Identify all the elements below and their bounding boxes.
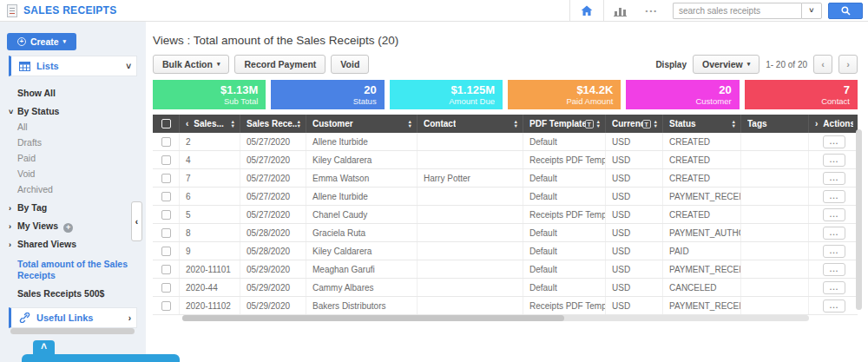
sidebar-horizontal-scrollbar[interactable]	[10, 328, 135, 334]
home-button[interactable]	[569, 0, 604, 21]
cell-tags	[741, 224, 809, 241]
summary-card[interactable]: $14.2K Paid Amount	[508, 80, 621, 109]
table-row[interactable]: 2 05/27/2020 Allene Iturbide Default USD…	[153, 133, 858, 151]
sort-icon[interactable]: ▲▼	[654, 120, 658, 128]
cell-sales-receipt-date: 05/27/2020	[240, 206, 306, 223]
row-actions-button[interactable]: ...	[823, 281, 845, 294]
card-label: Status	[353, 96, 377, 107]
header-actions[interactable]: › Actions	[809, 115, 858, 133]
row-actions-button[interactable]: ...	[823, 190, 845, 203]
row-actions-button[interactable]: ...	[823, 227, 845, 240]
sort-icon[interactable]: ▲▼	[231, 120, 235, 128]
header-tags[interactable]: Tags	[741, 115, 809, 133]
row-checkbox[interactable]	[161, 210, 171, 220]
summary-card[interactable]: 20 Status	[271, 80, 384, 109]
table-row[interactable]: 2020-11101 05/29/2020 Meaghan Garufi Def…	[153, 260, 858, 279]
table-row[interactable]: 5 05/27/2020 Chanel Caudy Receipts PDF T…	[153, 206, 858, 224]
chevron-left-icon: ‹	[186, 119, 188, 128]
row-actions-button[interactable]: ...	[823, 299, 845, 313]
header-customer[interactable]: Customer ▲▼	[306, 115, 418, 133]
header-sales-number[interactable]: ‹ Sales... ▲▼	[180, 115, 240, 133]
prev-page-button[interactable]: ‹	[813, 55, 832, 74]
cell-status: CANCELED	[663, 279, 741, 296]
row-actions-button[interactable]: ...	[823, 135, 845, 148]
sidebar-item-show-all[interactable]: Show All	[0, 85, 146, 101]
row-actions-button[interactable]: ...	[823, 208, 845, 221]
view-link-sales-receipts-500[interactable]: Sales Receipts 500$	[17, 288, 134, 299]
table-horizontal-scrollbar[interactable]	[182, 315, 809, 321]
void-button[interactable]: Void	[331, 55, 369, 74]
sort-icon[interactable]: ▲▼	[596, 120, 601, 128]
sidebar-group-shared-views[interactable]: ›Shared Views	[0, 236, 146, 252]
row-checkbox[interactable]	[161, 283, 171, 293]
chart-button[interactable]	[614, 5, 627, 16]
chevron-up-icon: ˄	[41, 340, 47, 352]
column-label: Tags	[747, 119, 767, 128]
search-input[interactable]	[673, 3, 801, 19]
sidebar-collapse-handle[interactable]: ‹	[131, 201, 142, 241]
summary-card[interactable]: 20 Customer	[626, 80, 739, 109]
sidebar-status-item[interactable]: All	[0, 119, 146, 135]
table-row[interactable]: 8 05/28/2020 Graciela Ruta Default USD P…	[153, 224, 858, 242]
table-row[interactable]: 6 05/27/2020 Allene Iturbide Default USD…	[153, 188, 858, 206]
row-checkbox[interactable]	[161, 137, 171, 147]
add-view-icon[interactable]: +	[63, 223, 73, 233]
row-checkbox[interactable]	[161, 301, 171, 311]
display-mode-dropdown[interactable]: Overview▾	[693, 55, 760, 74]
scroll-top-button[interactable]: ˄	[33, 340, 55, 362]
table-row[interactable]: 7 05/27/2020 Emma Watson Harry Potter De…	[153, 169, 858, 188]
table-row[interactable]: 9 05/28/2020 Kiley Caldarera Default USD…	[153, 242, 858, 260]
header-sales-receipt-date[interactable]: Sales Rece... ▲▼	[240, 115, 306, 133]
header-select-all[interactable]	[153, 115, 180, 133]
cell-contact	[418, 260, 523, 278]
sidebar-group-by-status[interactable]: ˅By Status	[0, 103, 146, 119]
row-actions-button[interactable]: ...	[823, 245, 845, 258]
next-page-button[interactable]: ›	[838, 55, 858, 74]
search-button[interactable]	[828, 3, 863, 19]
sort-icon[interactable]: ▲▼	[514, 120, 518, 128]
sort-icon[interactable]: ▲▼	[408, 120, 412, 128]
header-status[interactable]: Status ▲▼	[663, 115, 741, 133]
table-row[interactable]: 2020-11102 05/29/2020 Bakers Distributor…	[153, 297, 858, 315]
summary-card[interactable]: $1.125M Amount Due	[390, 80, 503, 109]
header-currency[interactable]: Currency T▲▼	[606, 115, 663, 133]
row-actions-button[interactable]: ...	[823, 263, 845, 276]
row-checkbox[interactable]	[161, 155, 171, 165]
table-row[interactable]: 4 05/27/2020 Kiley Caldarera Receipts PD…	[153, 151, 858, 169]
view-link-total-amount[interactable]: Total amount of the Sales Receipts	[17, 259, 134, 281]
row-checkbox[interactable]	[161, 174, 171, 183]
filter-icon[interactable]: T	[642, 120, 651, 128]
sidebar-group-by-tag[interactable]: ›By Tag	[0, 200, 146, 215]
cell-pdf-template: Default	[523, 260, 606, 278]
scrollbar-thumb[interactable]	[182, 315, 564, 321]
sidebar-group-my-views[interactable]: ›My Views+	[0, 218, 146, 234]
row-checkbox[interactable]	[161, 247, 171, 256]
row-actions-button[interactable]: ...	[823, 154, 845, 167]
more-menu-icon[interactable]: •••	[646, 7, 658, 15]
create-button[interactable]: + Create ▾	[7, 33, 76, 50]
row-checkbox[interactable]	[161, 228, 171, 238]
cell-customer: Cammy Albares	[306, 279, 418, 296]
filter-icon[interactable]: T	[585, 120, 594, 128]
bulk-action-button[interactable]: Bulk Action▾	[153, 55, 229, 74]
row-checkbox[interactable]	[161, 192, 171, 201]
row-actions-button[interactable]: ...	[823, 172, 845, 185]
summary-card[interactable]: 7 Contact	[745, 80, 858, 109]
table-row[interactable]: 2020-44 05/29/2020 Cammy Albares Default…	[153, 279, 858, 297]
header-contact[interactable]: Contact ▲▼	[418, 115, 523, 133]
table-vertical-scrollbar[interactable]	[856, 129, 862, 310]
select-all-checkbox[interactable]	[161, 119, 171, 128]
row-checkbox[interactable]	[161, 265, 171, 274]
sort-icon[interactable]: ▲▼	[297, 120, 301, 128]
summary-card[interactable]: $1.13M Sub Total	[153, 80, 266, 109]
sidebar-status-item[interactable]: Archived	[0, 181, 146, 197]
search-scope-dropdown[interactable]: ˅	[801, 3, 822, 19]
sidebar-status-item[interactable]: Void	[0, 166, 146, 181]
header-pdf-template[interactable]: PDF Template T▲▼	[523, 115, 606, 133]
sidebar-item-lists[interactable]: Lists ˅	[9, 56, 137, 76]
sidebar-item-useful-links[interactable]: Useful Links ›	[9, 307, 137, 328]
sidebar-status-item[interactable]: Drafts	[0, 135, 146, 150]
record-payment-button[interactable]: Record Payment	[234, 55, 326, 74]
sidebar-status-item[interactable]: Paid	[0, 150, 146, 166]
sort-icon[interactable]: ▲▼	[732, 120, 736, 128]
